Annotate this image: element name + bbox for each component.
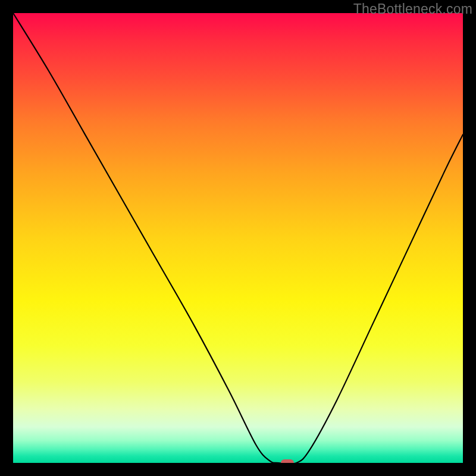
bottleneck-curve [13,13,463,463]
plot-area [13,13,463,463]
watermark-text: TheBottleneck.com [353,1,472,17]
optimal-point-marker [281,459,294,463]
chart-background: TheBottleneck.com [0,0,476,476]
